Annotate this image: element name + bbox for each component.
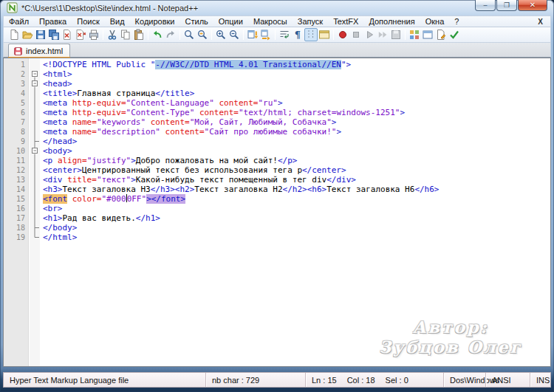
toolbar-separator — [243, 30, 244, 40]
menu-language[interactable]: Стиль — [180, 16, 213, 27]
toolbar-find-button[interactable] — [182, 28, 196, 41]
line-number: 19 — [4, 233, 30, 242]
save-file-icon — [35, 29, 47, 41]
minimize-button[interactable]: – — [475, 0, 496, 11]
code-line[interactable]: 10<body> — [4, 146, 550, 156]
toolbar-redo-button[interactable] — [164, 28, 177, 41]
code-line[interactable]: 2<html> — [4, 69, 550, 79]
menu-edit[interactable]: Правка — [34, 16, 72, 27]
fold-marker — [30, 213, 40, 223]
toolbar-copy-button[interactable] — [119, 28, 132, 41]
watermark: Автор: Зубцов Олег — [379, 317, 522, 357]
toolbar-plugin-document-button[interactable] — [434, 28, 448, 41]
menu-search[interactable]: Поиск — [72, 16, 104, 27]
tab-index-html[interactable]: index.html — [8, 44, 70, 58]
code-line[interactable]: 1<!DOCTYPE HTML Public "-//W3C//DTD HTML… — [4, 60, 550, 69]
status-encoding[interactable]: ANSI — [485, 373, 530, 387]
find-icon — [183, 29, 195, 41]
fold-marker — [30, 127, 40, 137]
code-text: <html> — [40, 69, 72, 79]
code-line[interactable]: 13<div title="текст">Какой-нибудь текст … — [4, 175, 550, 185]
fold-toggle-icon[interactable] — [30, 69, 40, 79]
plugin-document-icon — [435, 29, 447, 41]
toolbar-print-button[interactable] — [87, 28, 100, 41]
toolbar-sync-scroll-horizontal-button[interactable] — [259, 28, 273, 41]
toolbar-save-file-button[interactable] — [34, 28, 47, 41]
code-line[interactable]: 6<meta http-equiv="Content-Type" content… — [4, 108, 550, 117]
code-text: <h3>Текст загаловка H3</h3><h2>Текст заг… — [40, 185, 440, 194]
toolbar-cut-button[interactable] — [106, 28, 119, 41]
toolbar-show-all-characters-button[interactable]: ¶ — [291, 28, 304, 41]
code-line[interactable]: 4<title>Главная страница</title> — [4, 89, 550, 98]
code-line[interactable]: 11<p align="justify">Добро пожаловать на… — [4, 156, 550, 165]
code-line[interactable]: 3<head> — [4, 79, 550, 89]
screenshot-root: { "window": { "title": "*C:\\Users\\1\\D… — [0, 0, 554, 392]
toolbar-plugin-window-button[interactable] — [421, 28, 434, 41]
maximize-button[interactable]: ❐ — [496, 0, 517, 11]
menu-run[interactable]: Запуск — [293, 16, 328, 27]
menu-plugins[interactable]: Дополнения — [363, 16, 420, 27]
menu-textfx[interactable]: TextFX — [328, 16, 363, 27]
line-number: 13 — [4, 175, 30, 185]
toolbar-plugin-spellcheck-button[interactable] — [448, 28, 461, 41]
code-line[interactable]: 9</head> — [4, 137, 550, 146]
toolbar-user-define-dialog-button[interactable] — [318, 28, 331, 41]
toolbar-close-file-button[interactable] — [61, 28, 74, 41]
menu-window[interactable]: Окна — [420, 16, 450, 27]
code-line[interactable]: 18</body> — [4, 223, 550, 233]
toolbar-show-indent-guide-button[interactable] — [304, 28, 318, 41]
menu-macro[interactable]: Макросы — [248, 16, 293, 27]
close-all-icon — [75, 29, 86, 41]
toolbar-paste-button[interactable] — [132, 28, 146, 41]
status-eol-format[interactable]: Dos\Windows — [443, 373, 485, 387]
toolbar-plugin-textfx-button[interactable] — [408, 28, 421, 41]
menu-file[interactable]: Файл — [4, 16, 34, 27]
toolbar-close-all-button[interactable] — [74, 28, 87, 41]
toolbar-undo-button[interactable] — [151, 28, 164, 41]
fold-toggle-icon[interactable] — [30, 146, 40, 156]
code-area[interactable]: 1<!DOCTYPE HTML Public "-//W3C//DTD HTML… — [4, 58, 550, 242]
toolbar-macro-record-button[interactable] — [336, 28, 349, 41]
code-line[interactable]: 8<meta name="description" content="Сайт … — [4, 127, 550, 137]
menu-help[interactable]: ? — [449, 16, 464, 27]
code-line[interactable]: 15<font color="#0000FF"></font> — [4, 194, 550, 204]
code-line[interactable]: 17<h1>Рад вас видеть.</h1> — [4, 213, 550, 223]
notepadpp-window: *C:\Users\1\Desktop\Site\index.html - No… — [0, 0, 554, 392]
plugin-window-icon — [422, 29, 434, 41]
toolbar-word-wrap-button[interactable] — [278, 28, 291, 41]
window-controls: – ❐ ✕ — [474, 0, 547, 11]
toolbar-open-file-button[interactable] — [21, 28, 34, 41]
code-text: <div title="текст">Какой-нибудь текст по… — [40, 175, 356, 185]
menu-settings[interactable]: Опции — [213, 16, 248, 27]
code-line[interactable]: 16<br> — [4, 204, 550, 213]
menu-view[interactable]: Вид — [105, 16, 130, 27]
code-line[interactable]: 14<h3>Текст загаловка H3</h3><h2>Текст з… — [4, 185, 550, 194]
toolbar-replace-button[interactable] — [196, 28, 209, 41]
line-number: 8 — [4, 127, 30, 137]
line-number: 10 — [4, 146, 30, 156]
fold-toggle-icon[interactable] — [30, 79, 40, 89]
toolbar-zoom-in-button[interactable] — [214, 28, 228, 41]
toolbar-sync-scroll-vertical-button[interactable] — [246, 28, 259, 41]
code-line[interactable]: 7<meta name="keywords" content="Мой, Сай… — [4, 117, 550, 127]
code-line[interactable]: 12<center>Центрированный текст без испол… — [4, 165, 550, 175]
menu-encoding[interactable]: Кодировки — [130, 16, 180, 27]
toolbar-macro-run-multiple-button[interactable] — [376, 28, 389, 41]
code-text: <head> — [40, 79, 72, 89]
status-typing-mode[interactable]: INS — [530, 373, 550, 387]
toolbar-macro-play-button[interactable] — [363, 28, 376, 41]
title-bar[interactable]: *C:\Users\1\Desktop\Site\index.html - No… — [3, 0, 551, 16]
toolbar-zoom-out-button[interactable] — [228, 28, 241, 41]
toolbar-save-all-button[interactable] — [47, 28, 61, 41]
close-button[interactable]: ✕ — [518, 0, 547, 11]
toolbar-macro-save-button[interactable] — [389, 28, 403, 41]
editor[interactable]: 1<!DOCTYPE HTML Public "-//W3C//DTD HTML… — [3, 58, 551, 367]
toolbar-new-file-button[interactable] — [7, 28, 21, 41]
status-doc-type: Hyper Text Markup Language file — [4, 373, 205, 387]
line-number: 16 — [4, 204, 30, 213]
code-line[interactable]: 5<meta http-equiv="Content-Language" con… — [4, 98, 550, 108]
code-line[interactable]: 19</html> — [4, 233, 550, 242]
status-caret-position: Ln : 15 Col : 18 Sel : 0 — [305, 373, 443, 387]
close-document-button[interactable]: X — [530, 18, 550, 26]
toolbar-macro-stop-button[interactable] — [349, 28, 363, 41]
